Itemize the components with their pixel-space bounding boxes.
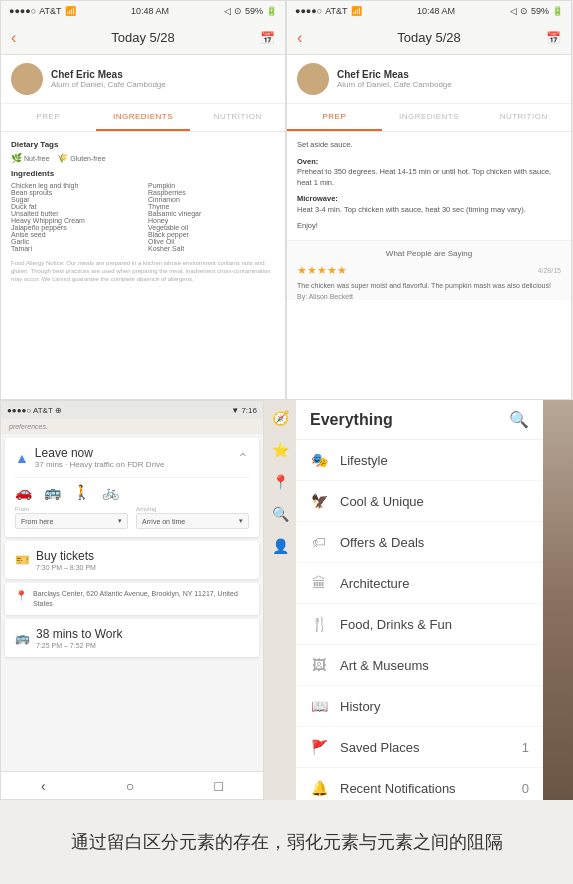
back-button-2[interactable]: ‹ bbox=[297, 29, 302, 47]
maps-status-bar: ●●●●○ AT&T ⊕ ▼ 7:16 bbox=[1, 401, 263, 419]
calendar-icon-2[interactable]: 📅 bbox=[546, 31, 561, 45]
menu-item-architecture[interactable]: 🏛 Architecture bbox=[296, 563, 543, 604]
menu-list: 🎭 Lifestyle 🦅 Cool & Unique 🏷 Offers & D… bbox=[296, 440, 543, 800]
back-nav-icon[interactable]: ‹ bbox=[41, 778, 46, 794]
bus-mode-icon[interactable]: 🚌 bbox=[44, 484, 61, 500]
menu-item-food[interactable]: 🍴 Food, Drinks & Fun bbox=[296, 604, 543, 645]
transport-mode-selector: 🚗 🚌 🚶 🚲 bbox=[15, 477, 249, 500]
dietary-tag-nutfree: 🌿 Nut-free bbox=[11, 153, 49, 163]
buy-tickets-title: Buy tickets bbox=[36, 549, 96, 563]
ingredients-title: Ingredients bbox=[11, 169, 275, 178]
maps-top-strip: preferences. bbox=[1, 419, 263, 434]
ingredient-right: Pumpkin Raspberries Cinnamon Thyme Balsa… bbox=[148, 182, 275, 252]
arrive-input[interactable]: Arrive on time ▾ bbox=[136, 513, 249, 529]
nav-title-1: Today 5/28 bbox=[111, 30, 175, 45]
ingredients-content: Dietary Tags 🌿 Nut-free 🌾 Gluten-free In… bbox=[1, 132, 285, 291]
car-mode-icon[interactable]: 🚗 bbox=[15, 484, 32, 500]
chinese-caption-text: 通过留白区分元素的存在，弱化元素与元素之间的阻隔 bbox=[71, 829, 503, 856]
menu-left-sidebar: 🧭 ⭐ 📍 🔍 👤 bbox=[264, 400, 296, 800]
compass-icon[interactable]: 🧭 bbox=[272, 410, 289, 426]
tab-prep-2[interactable]: PREP bbox=[287, 104, 382, 131]
home-nav-icon[interactable]: ○ bbox=[126, 778, 134, 794]
tab-ingredients-2[interactable]: INGREDIENTS bbox=[382, 104, 477, 131]
chef-subtitle-1: Alum of Daniel, Cafe Cambodge bbox=[51, 80, 275, 89]
menu-title: Everything bbox=[310, 411, 393, 429]
review-text: The chicken was super moist and flavorfu… bbox=[297, 281, 561, 291]
tab-nutrition-2[interactable]: NUTRITION bbox=[476, 104, 571, 131]
menu-item-offers[interactable]: 🏷 Offers & Deals bbox=[296, 522, 543, 563]
bike-mode-icon[interactable]: 🚲 bbox=[102, 484, 119, 500]
dietary-section: Dietary Tags 🌿 Nut-free 🌾 Gluten-free bbox=[11, 140, 275, 163]
menu-item-lifestyle[interactable]: 🎭 Lifestyle bbox=[296, 440, 543, 481]
tab-ingredients-1[interactable]: INGREDIENTS bbox=[96, 104, 191, 131]
chef-name-1: Chef Eric Meas bbox=[51, 69, 275, 80]
dietary-tag-glutenfree: 🌾 Gluten-free bbox=[57, 153, 105, 163]
history-icon: 📖 bbox=[310, 698, 328, 714]
dietary-title: Dietary Tags bbox=[11, 140, 275, 149]
tab-prep-1[interactable]: PREP bbox=[1, 104, 96, 131]
star-icon[interactable]: ⭐ bbox=[272, 442, 289, 458]
ingredients-grid: Chicken leg and thigh Bean sprouts Sugar… bbox=[11, 182, 275, 252]
from-field: From From here ▾ bbox=[15, 506, 128, 529]
leave-now-title: Leave now bbox=[35, 446, 165, 460]
chevron-down-icon: ▾ bbox=[118, 517, 122, 525]
leave-now-card: ▲ Leave now 37 mins · Heavy traffic on F… bbox=[5, 438, 259, 537]
work-time: 7:25 PM – 7:52 PM bbox=[36, 642, 122, 649]
calendar-icon-1[interactable]: 📅 bbox=[260, 31, 275, 45]
search-sidebar-icon[interactable]: 🔍 bbox=[272, 506, 289, 522]
search-button[interactable]: 🔍 bbox=[509, 410, 529, 429]
reviews-title: What People are Saying bbox=[297, 249, 561, 258]
prep-content: Set aside sauce. Oven:Preheat to 350 deg… bbox=[287, 132, 571, 308]
menu-main-content: Everything 🔍 🎭 Lifestyle 🦅 Cool & Unique… bbox=[296, 400, 543, 800]
chevron-up-icon[interactable]: ⌃ bbox=[237, 450, 249, 466]
chef-name-2: Chef Eric Meas bbox=[337, 69, 561, 80]
walk-mode-icon[interactable]: 🚶 bbox=[73, 484, 90, 500]
tab-nutrition-1[interactable]: NUTRITION bbox=[190, 104, 285, 131]
menu-item-saved-places[interactable]: 🚩 Saved Places 1 bbox=[296, 727, 543, 768]
from-to-row: From From here ▾ Arriving Arrive on time… bbox=[15, 506, 249, 529]
reviews-section: What People are Saying ★★★★★ 4/28/15 The… bbox=[287, 240, 571, 301]
allergy-notice: Food Allergy Notice: Our meals are prepa… bbox=[11, 260, 275, 283]
dietary-tags: 🌿 Nut-free 🌾 Gluten-free bbox=[11, 153, 275, 163]
cool-unique-icon: 🦅 bbox=[310, 493, 328, 509]
saved-places-badge: 1 bbox=[522, 740, 529, 755]
to-field: Arriving Arrive on time ▾ bbox=[136, 506, 249, 529]
lifestyle-icon: 🎭 bbox=[310, 452, 328, 468]
bus-icon: 🚌 bbox=[15, 631, 30, 645]
work-card[interactable]: 🚌 38 mins to Work 7:25 PM – 7:52 PM bbox=[5, 619, 259, 657]
tab-bar-2: PREP INGREDIENTS NUTRITION bbox=[287, 104, 571, 132]
menu-item-recent-notifications[interactable]: 🔔 Recent Notifications 0 bbox=[296, 768, 543, 800]
menu-header: Everything 🔍 bbox=[296, 400, 543, 440]
recipe-screen-2: ●●●●○ AT&T 📶 10:48 AM ◁ ⊙ 59% 🔋 ‹ Today … bbox=[286, 0, 572, 400]
buy-tickets-card[interactable]: 🎫 Buy tickets 7:30 PM – 8:30 PM bbox=[5, 541, 259, 579]
offers-icon: 🏷 bbox=[310, 534, 328, 550]
recent-notifications-badge: 0 bbox=[522, 781, 529, 796]
menu-item-history[interactable]: 📖 History bbox=[296, 686, 543, 727]
food-icon: 🍴 bbox=[310, 616, 328, 632]
back-button-1[interactable]: ‹ bbox=[11, 29, 16, 47]
recent-nav-icon[interactable]: □ bbox=[214, 778, 222, 794]
chef-avatar-1 bbox=[11, 63, 43, 95]
art-icon: 🖼 bbox=[310, 657, 328, 673]
menu-item-art[interactable]: 🖼 Art & Museums bbox=[296, 645, 543, 686]
status-bar-1: ●●●●○ AT&T 📶 10:48 AM ◁ ⊙ 59% 🔋 bbox=[1, 1, 285, 21]
saved-places-icon: 🚩 bbox=[310, 739, 328, 755]
bottom-caption: 通过留白区分元素的存在，弱化元素与元素之间的阻隔 bbox=[0, 800, 573, 884]
nav-bar-2: ‹ Today 5/28 📅 bbox=[287, 21, 571, 55]
buy-tickets-time: 7:30 PM – 8:30 PM bbox=[36, 564, 96, 571]
menu-screen: 🧭 ⭐ 📍 🔍 👤 Everything 🔍 🎭 Lifestyle 🦅 Coo… bbox=[264, 400, 573, 800]
ingredient-left: Chicken leg and thigh Bean sprouts Sugar… bbox=[11, 182, 138, 252]
leave-now-subtitle: 37 mins · Heavy traffic on FDR Drive bbox=[35, 460, 165, 469]
maps-nav-bar: ‹ ○ □ bbox=[1, 771, 263, 799]
maps-screen: ●●●●○ AT&T ⊕ ▼ 7:16 preferences. ▲ Leave… bbox=[0, 400, 264, 800]
menu-item-cool-unique[interactable]: 🦅 Cool & Unique bbox=[296, 481, 543, 522]
tab-bar-1: PREP INGREDIENTS NUTRITION bbox=[1, 104, 285, 132]
architecture-icon: 🏛 bbox=[310, 575, 328, 591]
from-input[interactable]: From here ▾ bbox=[15, 513, 128, 529]
location-pin-icon: 📍 bbox=[15, 590, 27, 601]
location-card: 📍 Barclays Center, 620 Atlantic Avenue, … bbox=[5, 583, 259, 615]
user-icon[interactable]: 👤 bbox=[272, 538, 289, 554]
pin-icon[interactable]: 📍 bbox=[272, 474, 289, 490]
work-title: 38 mins to Work bbox=[36, 627, 122, 641]
navigation-arrow-icon: ▲ bbox=[15, 450, 29, 466]
